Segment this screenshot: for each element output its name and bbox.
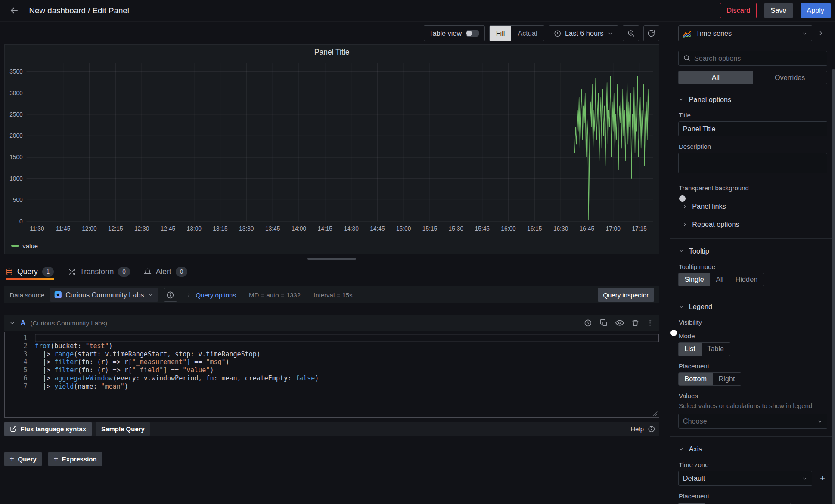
refresh-icon <box>647 29 655 37</box>
refresh-button[interactable] <box>643 25 660 42</box>
chevron-down-icon <box>148 292 154 298</box>
filter-tab-all[interactable]: All <box>679 71 753 84</box>
panel-title-input[interactable] <box>678 121 828 136</box>
editor-footer: Flux language syntax Sample Query Help <box>4 422 659 436</box>
tooltip-mode-hidden[interactable]: Hidden <box>729 273 764 286</box>
description-input[interactable] <box>678 153 828 173</box>
query-history-icon[interactable] <box>584 319 592 327</box>
drag-handle-icon[interactable] <box>647 319 655 327</box>
title-field-label: Title <box>679 111 827 119</box>
chevron-down-icon <box>678 446 684 452</box>
section-legend[interactable]: Legend <box>678 301 828 312</box>
collapse-query-icon[interactable] <box>9 320 16 326</box>
section-divider <box>670 294 835 294</box>
legend-mode-list[interactable]: List <box>679 343 702 355</box>
query-options-toggle[interactable]: Query options <box>186 291 236 299</box>
query-datasource-hint: (Curious Community Labs) <box>31 319 107 327</box>
hide-query-icon[interactable] <box>615 318 624 327</box>
legend-header: Legend <box>689 303 712 311</box>
bell-icon <box>144 268 152 276</box>
tab-query-count: 1 <box>42 267 54 277</box>
section-tooltip[interactable]: Tooltip <box>678 246 828 257</box>
timezone-value: Default <box>683 474 705 482</box>
tab-query[interactable]: Query 1 <box>6 264 54 280</box>
query-ref-id[interactable]: A <box>21 319 26 327</box>
options-filter-tabs: All Overrides <box>678 71 828 84</box>
query-options-label: Query options <box>196 291 236 299</box>
zoom-out-icon <box>627 29 635 37</box>
splitter-handle[interactable] <box>307 258 356 260</box>
svg-text:3000: 3000 <box>9 90 23 96</box>
panel-options-header: Panel options <box>689 96 731 104</box>
tab-alert[interactable]: Alert 0 <box>144 264 187 280</box>
panel-links-section[interactable]: Panel links <box>678 200 828 213</box>
sample-query-button[interactable]: Sample Query <box>96 422 150 436</box>
section-axis[interactable]: Axis <box>678 444 828 455</box>
repeat-options-section[interactable]: Repeat options <box>678 218 828 231</box>
tooltip-mode-single[interactable]: Single <box>679 273 710 286</box>
legend-mode-table[interactable]: Table <box>702 343 730 355</box>
legend-placement-right[interactable]: Right <box>713 373 741 385</box>
table-view-toggle[interactable]: Table view <box>424 25 485 42</box>
options-search-input[interactable] <box>694 54 823 62</box>
timeseries-chart[interactable]: 050010001500200025003000350011:3011:4512… <box>8 60 656 240</box>
chevron-down-icon <box>678 304 684 310</box>
tooltip-mode-all[interactable]: All <box>710 273 729 286</box>
svg-text:17:00: 17:00 <box>605 226 621 232</box>
axis-timezone-label: Time zone <box>679 461 827 468</box>
tooltip-mode-label: Tooltip mode <box>679 263 827 270</box>
add-query-button[interactable]: + Query <box>4 452 42 466</box>
tab-transform[interactable]: Transform 0 <box>68 264 130 280</box>
flux-code-editor[interactable]: 1234567 from(bucket: "test") |> range(st… <box>4 332 659 418</box>
collapse-options-button[interactable] <box>814 25 827 42</box>
add-timezone-button[interactable]: + <box>818 473 828 484</box>
clock-icon <box>554 30 562 37</box>
plus-icon: + <box>10 455 14 464</box>
transform-icon <box>68 268 76 276</box>
add-expression-button[interactable]: + Expression <box>48 452 102 466</box>
duplicate-query-icon[interactable] <box>600 319 608 327</box>
filter-tab-overrides[interactable]: Overrides <box>753 71 827 84</box>
remove-query-icon[interactable] <box>631 319 639 327</box>
pane-splitter <box>4 254 659 264</box>
table-view-label: Table view <box>429 29 462 37</box>
actual-option[interactable]: Actual <box>511 26 543 41</box>
tab-alert-count: 0 <box>176 267 188 277</box>
back-button[interactable] <box>8 3 22 18</box>
legend-placement-bottom[interactable]: Bottom <box>679 373 713 385</box>
flux-syntax-button[interactable]: Flux language syntax <box>4 422 92 436</box>
timezone-select[interactable]: Default <box>678 471 813 486</box>
sidebar-scrollbar[interactable] <box>832 69 835 504</box>
help-button[interactable]: Help <box>630 425 655 433</box>
time-range-label: Last 6 hours <box>565 29 603 37</box>
datasource-help-button[interactable] <box>164 288 178 302</box>
table-view-switch[interactable] <box>466 30 480 37</box>
discard-button[interactable]: Discard <box>720 3 757 18</box>
options-search[interactable] <box>678 51 828 66</box>
apply-button[interactable]: Apply <box>801 3 831 18</box>
add-query-label: Query <box>18 455 36 463</box>
time-range-picker[interactable]: Last 6 hours <box>549 25 619 42</box>
editor-tabs: Query 1 Transform 0 Alert 0 <box>4 264 659 280</box>
topbar: New dashboard / Edit Panel Discard Save … <box>0 0 835 22</box>
datasource-picker[interactable]: Curious Community Labs <box>50 288 158 302</box>
query-card: A (Curious Community Labs) <box>4 315 659 466</box>
description-field-label: Description <box>679 143 827 150</box>
svg-text:0: 0 <box>19 218 23 225</box>
zoom-out-button[interactable] <box>623 25 639 42</box>
help-label: Help <box>630 425 644 433</box>
tab-alert-label: Alert <box>156 267 171 276</box>
query-inspector-button[interactable]: Query inspector <box>598 288 654 302</box>
legend-item-value[interactable]: value <box>22 242 38 250</box>
svg-text:16:00: 16:00 <box>501 226 516 232</box>
flux-syntax-label: Flux language syntax <box>21 425 87 433</box>
resize-corner-icon[interactable] <box>652 411 658 417</box>
visualization-picker[interactable]: Time series <box>678 25 813 42</box>
legend-values-select[interactable]: Choose <box>678 414 828 429</box>
axis-header: Axis <box>689 445 702 453</box>
svg-text:1500: 1500 <box>9 154 23 161</box>
fill-option[interactable]: Fill <box>490 26 512 41</box>
section-panel-options[interactable]: Panel options <box>678 94 828 105</box>
editor-actions: + Query + Expression <box>4 452 659 466</box>
save-button[interactable]: Save <box>764 3 793 18</box>
